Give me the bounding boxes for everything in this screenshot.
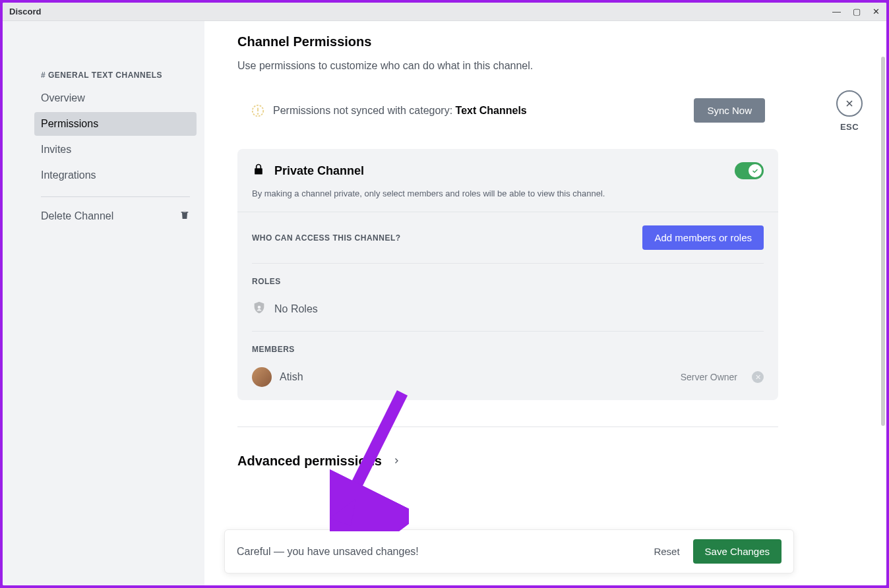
sidebar-item-permissions[interactable]: Permissions: [34, 112, 197, 136]
toast-text: Careful — you have unsaved changes!: [237, 546, 644, 558]
page-subtitle: Use permissions to customize who can do …: [237, 60, 778, 72]
member-row: Atish Server Owner ✕: [252, 354, 764, 387]
scrollbar[interactable]: [880, 21, 886, 585]
maximize-button[interactable]: ▢: [853, 7, 861, 16]
roles-section: ROLES No Roles: [237, 264, 778, 331]
close-settings-button[interactable]: [836, 90, 863, 117]
close-button[interactable]: ✕: [873, 7, 880, 16]
esc-label: ESC: [840, 122, 859, 132]
sidebar-item-overview[interactable]: Overview: [34, 86, 197, 110]
minimize-button[interactable]: —: [832, 7, 841, 16]
content-column: Channel Permissions Use permissions to c…: [237, 34, 778, 572]
app-body: # GENERAL TEXT CHANNELS Overview Permiss…: [3, 21, 886, 585]
private-channel-toggle[interactable]: [735, 162, 764, 179]
access-header: WHO CAN ACCESS THIS CHANNEL? Add members…: [252, 225, 764, 250]
page-title: Channel Permissions: [237, 34, 778, 49]
reset-button[interactable]: Reset: [644, 541, 689, 562]
members-section: MEMBERS Atish Server Owner ✕: [237, 332, 778, 400]
roles-header: ROLES: [252, 277, 764, 286]
roles-empty-label: No Roles: [274, 303, 318, 315]
add-members-button[interactable]: Add members or roles: [642, 225, 764, 250]
save-changes-button[interactable]: Save Changes: [693, 539, 782, 564]
main-content: Channel Permissions Use permissions to c…: [204, 21, 886, 585]
member-tag: Server Owner: [681, 372, 737, 382]
sidebar-item-delete-channel[interactable]: Delete Channel: [34, 204, 197, 229]
window-controls: — ▢ ✕: [832, 7, 880, 16]
role-icon: [252, 301, 266, 318]
sync-row: Permissions not synced with category: Te…: [237, 98, 778, 123]
roles-empty-row: No Roles: [252, 286, 764, 318]
sidebar-header: # GENERAL TEXT CHANNELS: [34, 71, 197, 80]
private-channel-section: Private Channel By making a channel priv…: [237, 149, 778, 212]
svg-point-3: [258, 306, 261, 309]
sync-now-button[interactable]: Sync Now: [694, 98, 765, 123]
esc-close: ESC: [836, 90, 863, 132]
section-divider: [237, 426, 778, 427]
sidebar-item-integrations[interactable]: Integrations: [34, 163, 197, 187]
member-name: Atish: [280, 371, 303, 383]
private-channel-title: Private Channel: [274, 164, 725, 178]
advanced-permissions-button[interactable]: Advanced permissions: [237, 454, 778, 469]
app-window: Discord — ▢ ✕ # GENERAL TEXT CHANNELS Ov…: [3, 3, 886, 585]
settings-sidebar: # GENERAL TEXT CHANNELS Overview Permiss…: [3, 21, 204, 585]
trash-icon: [179, 210, 190, 223]
toggle-knob: [749, 164, 762, 177]
titlebar: Discord — ▢ ✕: [3, 3, 886, 21]
lock-icon: [252, 163, 265, 179]
sync-text: Permissions not synced with category: Te…: [273, 105, 686, 117]
scrollbar-thumb[interactable]: [881, 57, 885, 426]
remove-member-button[interactable]: ✕: [752, 371, 764, 383]
titlebar-title: Discord: [9, 7, 41, 16]
access-section: WHO CAN ACCESS THIS CHANNEL? Add members…: [237, 212, 778, 263]
svg-point-2: [258, 113, 259, 114]
chevron-right-icon: [392, 456, 400, 467]
private-channel-desc: By making a channel private, only select…: [252, 189, 764, 198]
permissions-card: Private Channel By making a channel priv…: [237, 149, 778, 400]
avatar: [252, 367, 272, 387]
sidebar-item-invites[interactable]: Invites: [34, 138, 197, 162]
warning-icon: [251, 103, 265, 118]
sidebar-divider: [41, 196, 190, 197]
unsaved-changes-toast: Careful — you have unsaved changes! Rese…: [224, 529, 794, 573]
members-header: MEMBERS: [252, 345, 764, 354]
